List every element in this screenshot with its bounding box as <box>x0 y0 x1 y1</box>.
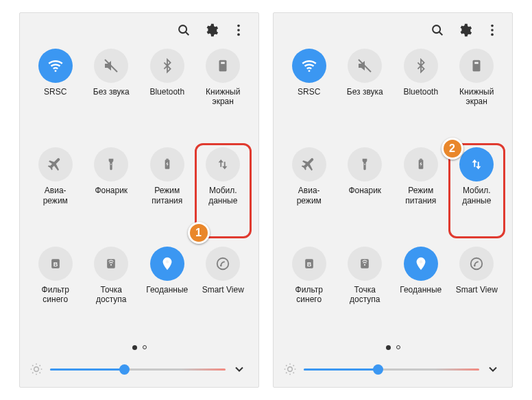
tile-smartview[interactable]: Smart View <box>197 247 250 333</box>
tile-smartview[interactable]: Smart View <box>451 247 503 333</box>
tile-bluetooth[interactable]: Bluetooth <box>141 49 193 135</box>
svg-point-18 <box>220 264 222 266</box>
topbar <box>28 18 250 46</box>
svg-point-38 <box>474 264 476 266</box>
mobiledata-icon <box>459 147 494 182</box>
book-icon <box>206 49 240 83</box>
svg-rect-27 <box>473 60 481 72</box>
tile-label: Мобил. данные <box>208 186 237 205</box>
tile-wifi[interactable]: SRSC <box>29 49 82 135</box>
tile-power[interactable]: Режим питания <box>141 147 193 234</box>
wifi-icon <box>38 49 73 83</box>
bluetooth-icon <box>150 49 184 83</box>
callout-badge: 1 <box>188 222 210 244</box>
tile-mobiledata[interactable]: Мобил. данные2 <box>451 147 503 234</box>
svg-point-39 <box>288 367 293 372</box>
page-dot <box>143 345 147 349</box>
tile-location[interactable]: Геоданные <box>141 247 193 333</box>
slider-thumb[interactable] <box>119 364 130 375</box>
tile-mute[interactable]: Без звука <box>86 49 138 135</box>
tile-book[interactable]: Книжный экран <box>451 49 503 135</box>
tile-airplane[interactable]: Авиа- режим <box>283 147 335 234</box>
brightness-row <box>28 360 250 379</box>
tile-label: Точка доступа <box>96 285 126 305</box>
tile-bluefilter[interactable]: BФильтр синего <box>29 247 82 333</box>
svg-point-29 <box>364 164 365 165</box>
tile-label: Режим питания <box>405 186 436 205</box>
wifi-icon <box>292 49 326 83</box>
power-icon <box>150 147 184 182</box>
svg-line-21 <box>439 32 443 36</box>
tile-flashlight[interactable]: Фонарик <box>339 147 391 234</box>
tile-label: Фильтр синего <box>42 285 69 305</box>
more-icon[interactable] <box>485 23 500 38</box>
airplane-icon <box>38 147 73 182</box>
slider-thumb[interactable] <box>373 364 383 375</box>
tile-label: SRSC <box>298 87 320 97</box>
svg-rect-8 <box>221 62 226 64</box>
chevron-down-icon[interactable] <box>232 362 246 376</box>
brightness-slider[interactable] <box>304 362 479 376</box>
tile-label: Геоданные <box>400 285 442 295</box>
svg-text:B: B <box>306 261 311 268</box>
tile-mute[interactable]: Без звука <box>339 49 391 135</box>
brightness-row <box>282 360 504 379</box>
bluefilter-icon: B <box>292 247 326 281</box>
svg-point-22 <box>491 25 494 27</box>
hotspot-icon <box>348 247 382 281</box>
tile-label: Мобил. данные <box>462 186 491 205</box>
location-icon <box>404 247 438 281</box>
svg-point-16 <box>165 260 169 264</box>
svg-point-35 <box>364 264 365 265</box>
tile-flashlight[interactable]: Фонарик <box>86 147 138 234</box>
svg-rect-28 <box>475 62 479 64</box>
sun-icon <box>283 362 297 376</box>
svg-line-1 <box>186 32 189 36</box>
mute-icon <box>94 49 128 83</box>
tile-book[interactable]: Книжный экран <box>197 49 250 135</box>
search-icon[interactable] <box>176 23 191 38</box>
tiles-grid: SRSCБез звукаBluetoothКнижный экранАвиа-… <box>28 46 250 336</box>
tile-label: Авиа- режим <box>43 186 68 205</box>
tile-wifi[interactable]: SRSC <box>283 49 335 135</box>
svg-text:B: B <box>53 261 58 268</box>
mute-icon <box>348 49 382 83</box>
chevron-down-icon[interactable] <box>486 362 500 376</box>
tile-hotspot[interactable]: Точка доступа <box>339 247 391 333</box>
flashlight-icon <box>348 147 382 182</box>
tile-power[interactable]: Режим питания <box>395 147 447 234</box>
tile-bluetooth[interactable]: Bluetooth <box>395 49 447 135</box>
tile-location[interactable]: Геоданные <box>395 247 447 333</box>
brightness-slider[interactable] <box>50 362 226 376</box>
hotspot-icon <box>94 247 128 281</box>
svg-point-0 <box>179 25 186 33</box>
svg-rect-11 <box>166 159 168 160</box>
topbar <box>282 18 504 46</box>
svg-point-37 <box>471 258 483 269</box>
svg-point-3 <box>237 29 240 32</box>
power-icon <box>404 147 438 182</box>
tile-label: Точка доступа <box>350 285 380 305</box>
flashlight-icon <box>94 147 128 182</box>
tile-airplane[interactable]: Авиа- режим <box>29 147 82 234</box>
more-icon[interactable] <box>231 23 246 38</box>
tile-bluefilter[interactable]: BФильтр синего <box>283 247 335 333</box>
tile-label: Книжный экран <box>459 87 494 107</box>
tile-label: Без звука <box>93 87 130 97</box>
tile-hotspot[interactable]: Точка доступа <box>86 247 138 333</box>
tile-label: Smart View <box>456 285 498 295</box>
tile-mobiledata[interactable]: Мобил. данные1 <box>197 147 250 234</box>
settings-icon[interactable] <box>457 23 472 38</box>
tile-label: Режим питания <box>152 186 182 205</box>
tile-label: Без звука <box>347 87 383 97</box>
quick-settings-panel: SRSCБез звукаBluetoothКнижный экранАвиа-… <box>273 12 513 388</box>
svg-point-5 <box>54 70 56 72</box>
search-icon[interactable] <box>430 23 445 38</box>
tile-label: Smart View <box>202 285 244 295</box>
callout-badge: 2 <box>442 138 463 160</box>
tile-label: Фонарик <box>348 186 381 195</box>
settings-icon[interactable] <box>204 23 219 38</box>
svg-rect-7 <box>219 60 227 72</box>
location-icon <box>150 247 184 281</box>
tile-label: Книжный экран <box>206 87 240 107</box>
